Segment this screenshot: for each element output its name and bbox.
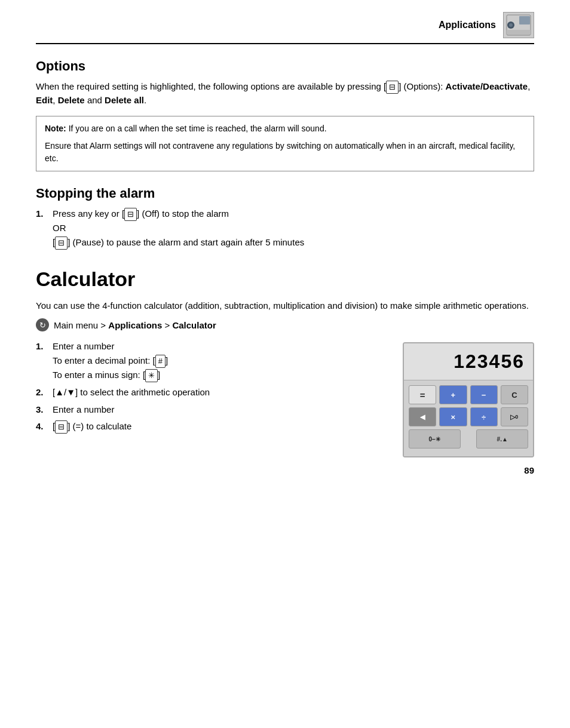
- decimal-hint: To enter a decimal point: [#]: [53, 354, 391, 368]
- eq-key-icon: ⊟: [55, 420, 68, 434]
- calc-btn-zero-minus: 0−✳: [409, 429, 461, 449]
- calculator-description: You can use the 4-function calculator (a…: [36, 299, 534, 313]
- calc-step-1: 1. Enter a number To enter a decimal poi…: [36, 340, 391, 382]
- svg-rect-4: [507, 30, 531, 35]
- options-body: When the required setting is highlighted…: [36, 80, 534, 107]
- calc-buttons: = + − C ◀ × ÷ ▷0 0−✳: [404, 380, 533, 456]
- note-box: Note: If you are on a call when the set …: [36, 116, 534, 171]
- note-line2: Ensure that Alarm settings will not cont…: [45, 140, 525, 165]
- calc-btn-c: C: [501, 385, 528, 404]
- minus-hint: To enter a minus sign: [✳]: [53, 368, 391, 382]
- page-header: Applications: [36, 12, 534, 44]
- calc-btn-plus: +: [439, 385, 467, 404]
- header-title: Applications: [439, 20, 496, 30]
- note-line1: Note: If you are on a call when the set …: [45, 122, 525, 135]
- svg-point-3: [509, 23, 513, 27]
- calc-step-3-num: 3.: [36, 403, 53, 417]
- calc-display: 123456: [404, 343, 533, 380]
- nav-arrow-icon: ↻: [36, 318, 49, 331]
- page-number: 89: [524, 465, 534, 475]
- calc-row-1: = + − C: [409, 385, 528, 404]
- step-content: Press any key or [⊟] (Off) to stop the a…: [53, 207, 534, 250]
- calc-steps: 1. Enter a number To enter a decimal poi…: [36, 340, 391, 440]
- or-text: OR: [53, 221, 534, 235]
- stopping-section: Stopping the alarm 1. Press any key or […: [36, 186, 534, 250]
- calculator-title: Calculator: [36, 268, 534, 291]
- delete-text: Delete: [58, 95, 85, 105]
- calc-step-2-content: [▲/▼] to select the arithmetic operation: [53, 386, 391, 400]
- nav-applications: Applications: [108, 320, 162, 330]
- calc-btn-eq: =: [409, 385, 436, 404]
- calc-step-2: 2. [▲/▼] to select the arithmetic operat…: [36, 386, 391, 400]
- off-key-icon: ⊟: [124, 208, 137, 221]
- calc-step-4-content: [⊟] (=) to calculate: [53, 420, 391, 434]
- calc-step-4-num: 4.: [36, 420, 53, 434]
- calculator-image: 123456 = + − C ◀ × ÷ ▷0: [403, 342, 534, 457]
- calc-step-1-content: Enter a number To enter a decimal point:…: [53, 340, 391, 382]
- calc-step-2-num: 2.: [36, 386, 53, 400]
- calc-step-4: 4. [⊟] (=) to calculate: [36, 420, 391, 434]
- edit-text: Edit: [36, 95, 53, 105]
- options-section: Options When the required setting is hig…: [36, 59, 534, 171]
- calc-btn-multiply: ×: [439, 407, 467, 426]
- calc-btn-divide: ÷: [470, 407, 498, 426]
- step-num: 1.: [36, 207, 53, 221]
- calc-row-3: 0−✳ #.▲: [409, 429, 528, 449]
- delete-all-text: Delete all: [105, 95, 144, 105]
- hash-key: #: [155, 355, 166, 368]
- calc-steps-list: 1. Enter a number To enter a decimal poi…: [36, 340, 391, 434]
- calc-step-3-content: Enter a number: [53, 403, 391, 417]
- options-key-icon: ⊟: [386, 81, 399, 94]
- nav-path: ↻ Main menu > Applications > Calculator: [36, 318, 534, 331]
- calculator-section: Calculator You can use the 4-function ca…: [36, 268, 534, 458]
- header-icon: [503, 12, 534, 38]
- calc-row-2: ◀ × ÷ ▷0: [409, 407, 528, 426]
- nav-calculator: Calculator: [172, 320, 216, 330]
- star-key: ✳: [145, 369, 158, 382]
- calc-btn-hash-dot: #.▲: [476, 429, 528, 449]
- options-title: Options: [36, 59, 534, 74]
- nav-path-text: Main menu > Applications > Calculator: [54, 320, 216, 330]
- activate-deactivate-text: Activate/Deactivate: [446, 81, 528, 91]
- calc-step-1-num: 1.: [36, 340, 53, 354]
- calc-btn-back: ◀: [409, 407, 436, 426]
- stopping-list: 1. Press any key or [⊟] (Off) to stop th…: [36, 207, 534, 250]
- svg-rect-1: [519, 16, 530, 24]
- calc-step-3: 3. Enter a number: [36, 403, 391, 417]
- calc-btn-right: ▷0: [501, 407, 528, 426]
- stopping-title: Stopping the alarm: [36, 186, 534, 201]
- calc-content-row: 1. Enter a number To enter a decimal poi…: [36, 340, 534, 457]
- calc-btn-minus: −: [470, 385, 498, 404]
- pause-text: [⊟] (Pause) to pause the alarm and start…: [53, 235, 534, 250]
- list-item: 1. Press any key or [⊟] (Off) to stop th…: [36, 207, 534, 250]
- pause-key-icon: ⊟: [55, 236, 68, 250]
